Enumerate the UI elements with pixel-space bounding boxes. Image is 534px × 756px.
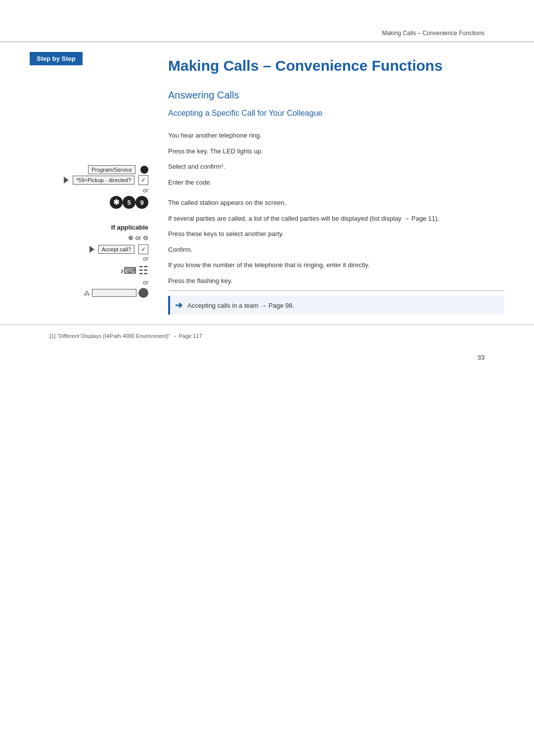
sidebar: Step by Step Program/Service *59=Pickup … bbox=[30, 42, 158, 315]
checkmark-box: ✓ bbox=[138, 175, 148, 185]
or-label-3: or bbox=[30, 279, 148, 286]
pickup-key: *59=Pickup - directed? bbox=[73, 176, 134, 185]
note-icon: ➔ bbox=[175, 300, 182, 311]
content-row-5: The called station appears on the screen… bbox=[168, 195, 504, 211]
content-rows: You hear another telephone ring. Press t… bbox=[168, 128, 504, 293]
content-row-10: Press the flashing key. bbox=[168, 273, 504, 291]
page-number: 33 bbox=[0, 349, 534, 366]
content-row-2: Press the key. The LED lights up. bbox=[168, 143, 504, 159]
code-circles: ✱ 5 9 bbox=[110, 196, 148, 209]
content-row-8: Confirm. bbox=[168, 242, 504, 258]
accept-call-row: Accept call? ✓ bbox=[30, 244, 148, 254]
content-row-7: Press these keys to select another party… bbox=[168, 226, 504, 242]
main-content: Step by Step Program/Service *59=Pickup … bbox=[0, 42, 534, 315]
led-circle bbox=[140, 166, 148, 174]
flashing-key-row: ⁂ bbox=[30, 288, 148, 298]
keypad-icon: ›⌨ bbox=[121, 265, 136, 276]
step-by-step-label: Step by Step bbox=[30, 52, 83, 65]
page-footer: [1] “Different Displays (HiPath 4000 Env… bbox=[0, 325, 534, 349]
right-content: Making Calls – Convenience Functions Ans… bbox=[158, 42, 504, 315]
or-label-2: or bbox=[30, 255, 148, 262]
content-row-4: Enter the code. bbox=[168, 175, 504, 190]
content-row-9: If you know the number of the telephone … bbox=[168, 257, 504, 273]
squiggle-icon: ⁂ bbox=[84, 289, 90, 297]
code-5: 5 bbox=[123, 196, 135, 209]
keypad-row: ›⌨ ☷ bbox=[30, 264, 148, 277]
page-header: Making Calls – Convenience Functions bbox=[0, 0, 534, 42]
row8-text: Confirm. bbox=[168, 245, 504, 255]
accept-checkmark: ✓ bbox=[138, 244, 148, 254]
page-title: Making Calls – Convenience Functions bbox=[168, 57, 504, 75]
plus-minus-keys: ⊕ or ⊖ bbox=[30, 234, 148, 241]
row3-text: Select and confirm¹. bbox=[168, 162, 504, 172]
program-service-key: Program/Service bbox=[88, 165, 135, 174]
row9-text: If you know the number of the telephone … bbox=[168, 260, 504, 270]
row4-text: Enter the code. bbox=[168, 178, 504, 188]
accept-call-key: Accept call? bbox=[98, 245, 134, 254]
or-label-1: or bbox=[30, 187, 148, 194]
row5-text: The called station appears on the screen… bbox=[168, 198, 504, 208]
pickup-directed-row: *59=Pickup - directed? ✓ bbox=[30, 175, 148, 185]
accept-arrow-icon bbox=[89, 246, 94, 253]
row6-text: If several parties are called, a list of… bbox=[168, 214, 504, 224]
program-service-row: Program/Service bbox=[30, 165, 148, 174]
flashing-key-bar bbox=[92, 289, 136, 297]
keypad-symbol: ☷ bbox=[138, 264, 148, 277]
note-text: Accepting calls in a team → Page 98. bbox=[187, 302, 294, 309]
flashing-circle bbox=[138, 288, 148, 298]
sidebar-steps: Program/Service *59=Pickup - directed? ✓… bbox=[30, 75, 148, 298]
row7-text: Press these keys to select another party… bbox=[168, 229, 504, 239]
code-9: 9 bbox=[135, 196, 148, 209]
note-row: ➔ Accepting calls in a team → Page 98. bbox=[168, 296, 504, 315]
content-row-3: Select and confirm¹. bbox=[168, 159, 504, 175]
content-row-6: If several parties are called, a list of… bbox=[168, 211, 504, 227]
row10-text: Press the flashing key. bbox=[168, 276, 504, 286]
content-row-1: You hear another telephone ring. bbox=[168, 128, 504, 143]
section-title: Answering Calls bbox=[168, 90, 504, 101]
breadcrumb: Making Calls – Convenience Functions bbox=[382, 30, 485, 37]
subsection-title: Accepting a Specific Call for Your Colle… bbox=[168, 109, 504, 118]
if-applicable-label: If applicable bbox=[30, 224, 148, 231]
page-container: Making Calls – Convenience Functions Ste… bbox=[0, 0, 534, 756]
row2-text: Press the key. The LED lights up. bbox=[168, 146, 504, 156]
footnote-text: [1] “Different Displays (HiPath 4000 Env… bbox=[49, 333, 202, 339]
step-arrow-icon bbox=[64, 177, 69, 184]
row1-text: You hear another telephone ring. bbox=[168, 131, 504, 141]
code-row: ✱ 5 9 bbox=[30, 196, 148, 211]
code-star: ✱ bbox=[110, 196, 123, 209]
